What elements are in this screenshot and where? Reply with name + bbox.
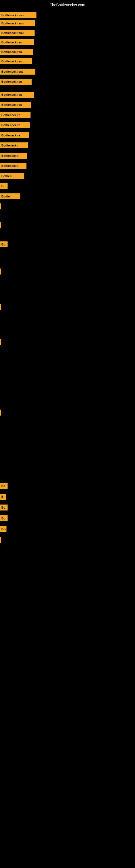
bar-label-31: Bot — [0, 526, 6, 532]
bar-item-3: Bottleneck resu — [0, 30, 35, 36]
bar-item-16: Bottleneck r — [0, 163, 27, 169]
bar-item-32 — [0, 537, 1, 543]
bar-label-3: Bottleneck resu — [0, 30, 35, 36]
bar-item-2: Bottleneck resu — [0, 20, 35, 26]
bar-item-12: Bottleneck re — [0, 122, 30, 128]
bar-item-18: B — [0, 183, 8, 189]
bar-item-21 — [0, 222, 1, 228]
bar-label-28: B — [0, 494, 6, 500]
bar-item-29: Bo — [0, 504, 8, 510]
bar-item-31: Bot — [0, 526, 6, 532]
bar-item-30: Bo — [0, 516, 8, 521]
bar-item-27: Bo — [0, 483, 8, 489]
bar-label-16: Bottleneck r — [0, 163, 27, 169]
bar-label-19: Bottle — [0, 193, 20, 199]
bar-label-29: Bo — [0, 504, 8, 510]
bar-item-9: Bottleneck res — [0, 92, 34, 98]
bar-item-14: Bottleneck r — [0, 143, 28, 148]
bar-label-32 — [0, 537, 1, 543]
bar-item-22: Bo — [0, 241, 8, 247]
bar-item-1: Bottleneck resu — [0, 12, 37, 18]
bar-item-28: B — [0, 494, 6, 500]
bar-label-23 — [0, 269, 1, 275]
bar-label-4: Bottleneck res — [0, 39, 34, 45]
bar-label-20 — [0, 204, 1, 209]
bar-item-10: Bottleneck res — [0, 102, 31, 108]
bar-item-26 — [0, 410, 1, 415]
bar-item-11: Bottleneck re — [0, 112, 31, 118]
bar-item-8: Bottleneck res — [0, 79, 32, 85]
bar-label-5: Bottleneck res — [0, 49, 33, 55]
bar-item-25 — [0, 339, 1, 345]
bar-label-11: Bottleneck re — [0, 112, 31, 118]
bar-label-25 — [0, 339, 1, 345]
bar-label-2: Bottleneck resu — [0, 20, 35, 26]
bar-label-1: Bottleneck resu — [0, 12, 37, 18]
bar-item-20 — [0, 204, 1, 209]
bar-item-17: Bottlen — [0, 173, 24, 179]
bar-label-14: Bottleneck r — [0, 143, 28, 148]
bar-item-13: Bottleneck re — [0, 132, 29, 138]
bar-label-7: Bottleneck rest — [0, 69, 35, 74]
bar-item-19: Bottle — [0, 193, 20, 199]
bar-item-15: Bottleneck r — [0, 153, 27, 159]
bar-label-12: Bottleneck re — [0, 122, 30, 128]
bar-label-15: Bottleneck r — [0, 153, 27, 159]
bar-label-26 — [0, 410, 1, 415]
bar-item-23 — [0, 269, 1, 275]
bar-label-6: Bottleneck res — [0, 58, 32, 64]
chart-container: Bottleneck resuBottleneck resuBottleneck… — [0, 5, 135, 868]
bar-label-30: Bo — [0, 516, 8, 521]
bar-label-22: Bo — [0, 241, 8, 247]
bar-label-9: Bottleneck res — [0, 92, 34, 98]
bar-label-17: Bottlen — [0, 173, 24, 179]
bar-label-24 — [0, 304, 1, 310]
bar-label-8: Bottleneck res — [0, 79, 32, 85]
bar-label-13: Bottleneck re — [0, 132, 29, 138]
bar-label-27: Bo — [0, 483, 8, 489]
bar-label-21 — [0, 222, 1, 228]
bar-label-18: B — [0, 183, 8, 189]
bar-item-24 — [0, 304, 1, 310]
bar-item-5: Bottleneck res — [0, 49, 33, 55]
bar-item-4: Bottleneck res — [0, 39, 34, 45]
bar-item-7: Bottleneck rest — [0, 69, 35, 74]
bar-item-6: Bottleneck res — [0, 58, 32, 64]
bar-label-10: Bottleneck res — [0, 102, 31, 108]
